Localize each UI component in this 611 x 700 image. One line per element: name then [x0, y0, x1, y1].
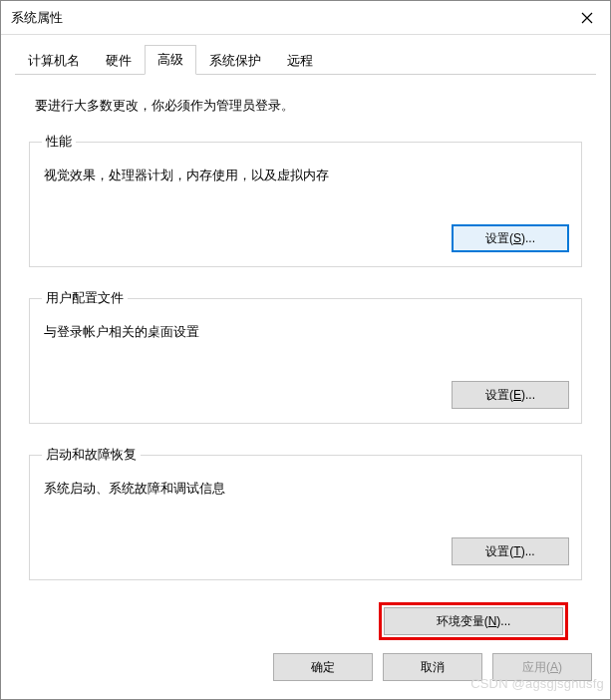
- group-user-profiles-desc: 与登录帐户相关的桌面设置: [44, 323, 567, 341]
- tabstrip: 计算机名 硬件 高级 系统保护 远程: [15, 49, 596, 75]
- annotation-highlight: 环境变量(N)...: [379, 602, 568, 640]
- group-performance-legend: 性能: [42, 133, 76, 151]
- apply-button[interactable]: 应用(A): [492, 653, 592, 681]
- tab-system-protection[interactable]: 系统保护: [196, 46, 274, 75]
- group-performance: 性能 视觉效果，处理器计划，内存使用，以及虚拟内存 设置(S)...: [29, 133, 582, 267]
- startup-recovery-settings-button[interactable]: 设置(T)...: [452, 537, 569, 565]
- dialog-buttons: 确定 取消 应用(A): [273, 653, 592, 681]
- tab-remote[interactable]: 远程: [274, 46, 326, 75]
- system-properties-window: 系统属性 计算机名 硬件 高级 系统保护 远程 要进行大多数更改，你必须作为管理…: [0, 0, 611, 700]
- group-startup-recovery-legend: 启动和故障恢复: [42, 446, 141, 464]
- group-user-profiles-legend: 用户配置文件: [42, 289, 128, 307]
- window-title: 系统属性: [11, 9, 63, 27]
- environment-variables-button[interactable]: 环境变量(N)...: [384, 607, 563, 635]
- tab-computer-name[interactable]: 计算机名: [15, 46, 93, 75]
- admin-note: 要进行大多数更改，你必须作为管理员登录。: [35, 97, 582, 115]
- performance-settings-button[interactable]: 设置(S)...: [452, 224, 569, 252]
- user-profiles-settings-button[interactable]: 设置(E)...: [452, 381, 569, 409]
- tabpanel-advanced: 要进行大多数更改，你必须作为管理员登录。 性能 视觉效果，处理器计划，内存使用，…: [15, 75, 596, 646]
- group-performance-desc: 视觉效果，处理器计划，内存使用，以及虚拟内存: [44, 167, 567, 184]
- tab-hardware[interactable]: 硬件: [93, 46, 145, 75]
- titlebar: 系统属性: [1, 1, 610, 35]
- group-startup-recovery: 启动和故障恢复 系统启动、系统故障和调试信息 设置(T)...: [29, 446, 582, 580]
- cancel-button[interactable]: 取消: [383, 653, 482, 681]
- close-icon: [581, 12, 593, 24]
- close-button[interactable]: [564, 1, 610, 35]
- ok-button[interactable]: 确定: [273, 653, 373, 681]
- tab-advanced[interactable]: 高级: [145, 45, 196, 75]
- group-user-profiles: 用户配置文件 与登录帐户相关的桌面设置 设置(E)...: [29, 289, 582, 424]
- content-area: 计算机名 硬件 高级 系统保护 远程 要进行大多数更改，你必须作为管理员登录。 …: [1, 35, 610, 646]
- group-startup-recovery-desc: 系统启动、系统故障和调试信息: [44, 480, 567, 498]
